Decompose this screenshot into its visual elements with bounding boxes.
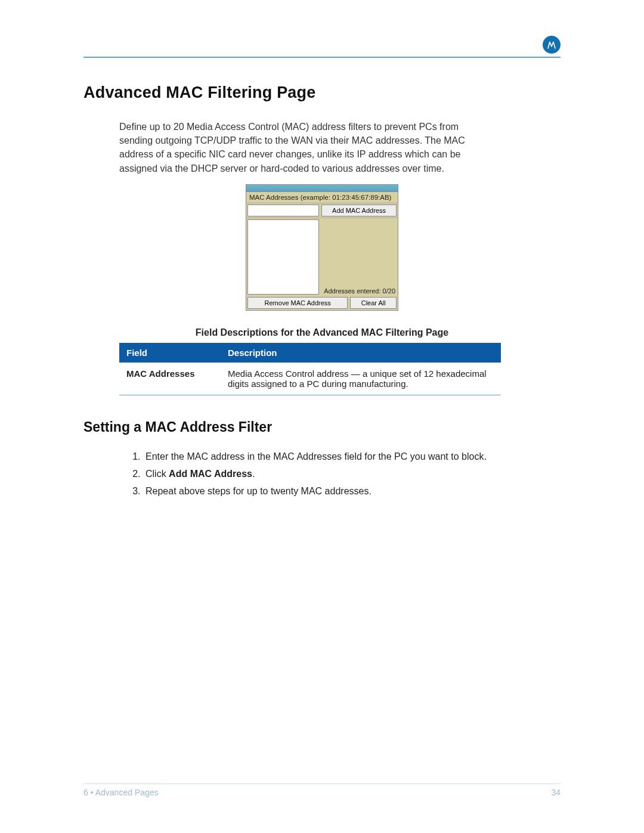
steps-list: Enter the MAC address in the MAC Address…: [143, 448, 561, 500]
cell-field: MAC Addresses: [119, 363, 221, 395]
intro-paragraph: Define up to 20 Media Access Control (MA…: [119, 120, 483, 175]
step-post: .: [252, 469, 255, 479]
col-header-field: Field: [119, 343, 221, 363]
col-header-description: Description: [221, 343, 501, 363]
footer-page-number: 34: [551, 788, 561, 797]
footer-left: 6 • Advanced Pages: [83, 788, 159, 797]
page-title: Advanced MAC Filtering Page: [83, 83, 561, 102]
step-text: Click: [145, 469, 169, 479]
table-row: MAC Addresses Media Access Control addre…: [119, 363, 501, 395]
cell-description: Media Access Control address — a unique …: [221, 363, 501, 395]
table-header-row: Field Description: [119, 343, 501, 363]
table-caption: Field Descriptions for the Advanced MAC …: [83, 327, 561, 338]
step-text: Enter the MAC address in the MAC Address…: [145, 451, 487, 462]
list-item: Repeat above steps for up to twenty MAC …: [143, 483, 561, 499]
addresses-counter: Addresses entered: 0/20: [324, 287, 395, 295]
add-mac-address-button[interactable]: Add MAC Address: [321, 205, 397, 216]
mac-address-list[interactable]: [247, 219, 319, 295]
step-text: Repeat above steps for up to twenty MAC …: [145, 486, 371, 496]
mac-filter-panel: MAC Addresses (example: 01:23:45:67:89:A…: [246, 184, 398, 311]
brand-logo: [543, 36, 561, 54]
clear-all-button[interactable]: Clear All: [350, 297, 397, 309]
list-item: Click Add MAC Address.: [143, 466, 561, 482]
section-heading: Setting a MAC Address Filter: [83, 419, 561, 435]
step-bold: Add MAC Address: [169, 469, 252, 479]
remove-mac-address-button[interactable]: Remove MAC Address: [247, 297, 348, 309]
field-description-table: Field Description MAC Addresses Media Ac…: [119, 343, 501, 395]
panel-titlebar: [246, 185, 398, 192]
mac-address-input[interactable]: [247, 205, 319, 216]
page-footer: 6 • Advanced Pages 34: [83, 784, 561, 797]
header-rule: [83, 57, 561, 58]
mac-example-label: MAC Addresses (example: 01:23:45:67:89:A…: [246, 192, 398, 203]
list-item: Enter the MAC address in the MAC Address…: [143, 448, 561, 465]
